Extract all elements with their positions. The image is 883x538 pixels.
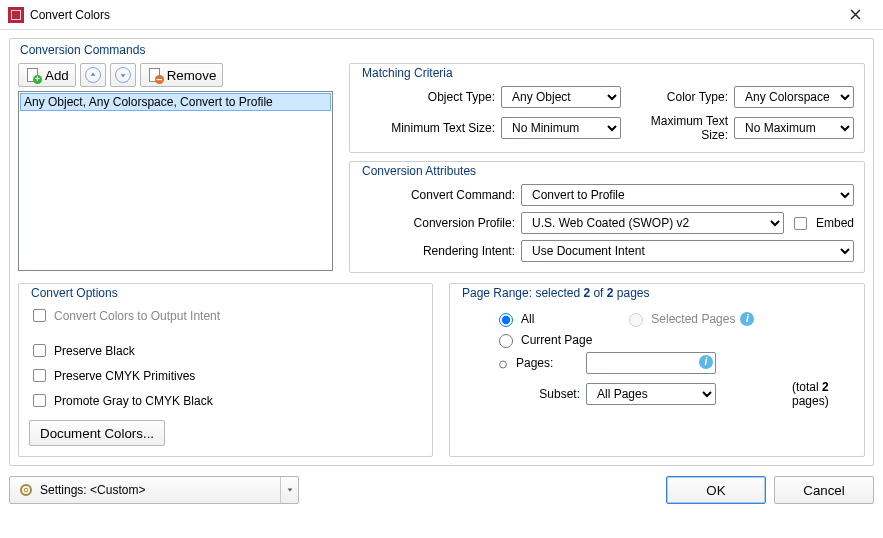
window-title: Convert Colors [30,8,835,22]
selected-pages-radio-label: Selected Pages [651,312,735,326]
subset-select[interactable]: All Pages [586,383,716,405]
move-down-button[interactable] [110,63,136,87]
document-remove-icon: – [147,67,163,83]
conversion-profile-label: Conversion Profile: [360,216,515,230]
max-text-size-label: Maximum Text Size: [627,114,728,142]
max-text-size-select[interactable]: No Maximum [734,117,854,139]
preserve-black-checkbox[interactable] [33,344,46,357]
conversion-attributes-group: Conversion Attributes Convert Command: C… [349,161,865,273]
settings-value: <Custom> [90,483,145,497]
conversion-attributes-title: Conversion Attributes [362,164,854,178]
promote-gray-row[interactable]: Promote Gray to CMYK Black [29,391,422,410]
conversion-commands-title: Conversion Commands [20,43,865,57]
all-radio-row[interactable]: All [494,310,534,327]
document-add-icon: + [25,67,41,83]
settings-dropdown[interactable]: Settings: <Custom> [9,476,299,504]
color-type-select[interactable]: Any Colorspace [734,86,854,108]
selected-pages-radio-row: Selected Pages i [624,310,754,327]
rendering-intent-label: Rendering Intent: [360,244,515,258]
convert-command-select[interactable]: Convert to Profile [521,184,854,206]
preserve-cmyk-row[interactable]: Preserve CMYK Primitives [29,366,422,385]
add-button[interactable]: + Add [18,63,76,87]
commands-listbox[interactable]: Any Object, Any Colorspace, Convert to P… [18,91,333,271]
current-page-radio-row[interactable]: Current Page [494,331,854,348]
gear-icon [18,482,34,498]
matching-criteria-title: Matching Criteria [362,66,854,80]
pages-radio-label: Pages: [516,356,580,370]
commands-toolbar: + Add [18,63,333,87]
footer: Settings: <Custom> OK Cancel [0,476,883,514]
current-page-radio[interactable] [499,334,513,348]
output-intent-checkbox-row: Convert Colors to Output Intent [29,306,422,325]
conversion-commands-group: Conversion Commands + Add [9,38,874,466]
page-range-group: Page Range: selected 2 of 2 pages All Se… [449,283,865,457]
down-arrow-icon [115,67,131,83]
matching-criteria-group: Matching Criteria Object Type: Any Objec… [349,63,865,153]
output-intent-label: Convert Colors to Output Intent [54,309,220,323]
pages-input[interactable] [586,352,716,374]
commands-list-item[interactable]: Any Object, Any Colorspace, Convert to P… [20,93,331,111]
remove-button-label: Remove [167,68,217,83]
all-radio-label: All [521,312,534,326]
document-colors-button[interactable]: Document Colors... [29,420,165,446]
svg-point-1 [24,488,28,492]
rendering-intent-select[interactable]: Use Document Intent [521,240,854,262]
info-icon: i [740,312,754,326]
ok-button[interactable]: OK [666,476,766,504]
info-icon[interactable]: i [699,355,713,369]
subset-label: Subset: [516,387,580,401]
conversion-profile-select[interactable]: U.S. Web Coated (SWOP) v2 [521,212,784,234]
preserve-cmyk-label: Preserve CMYK Primitives [54,369,195,383]
min-text-size-select[interactable]: No Minimum [501,117,621,139]
convert-options-group: Convert Options Convert Colors to Output… [18,283,433,457]
preserve-black-label: Preserve Black [54,344,135,358]
all-radio[interactable] [499,313,513,327]
embed-checkbox[interactable] [794,217,807,230]
convert-command-label: Convert Command: [360,188,515,202]
promote-gray-checkbox[interactable] [33,394,46,407]
settings-label: Settings: [40,483,87,497]
current-page-radio-label: Current Page [521,333,592,347]
convert-options-title: Convert Options [31,286,422,300]
min-text-size-label: Minimum Text Size: [360,121,495,135]
promote-gray-label: Promote Gray to CMYK Black [54,394,213,408]
remove-button[interactable]: – Remove [140,63,224,87]
title-bar: Convert Colors [0,0,883,30]
object-type-label: Object Type: [360,90,495,104]
total-pages-label: (total 2 pages) [792,380,854,408]
app-icon [8,7,24,23]
close-button[interactable] [835,1,875,29]
color-type-label: Color Type: [627,90,728,104]
embed-label: Embed [816,216,854,230]
selected-pages-radio [629,313,643,327]
preserve-black-row[interactable]: Preserve Black [29,341,422,360]
move-up-button[interactable] [80,63,106,87]
up-arrow-icon [85,67,101,83]
object-type-select[interactable]: Any Object [501,86,621,108]
close-icon [850,9,861,20]
preserve-cmyk-checkbox[interactable] [33,369,46,382]
pages-radio[interactable] [499,358,507,371]
output-intent-checkbox [33,309,46,322]
add-button-label: Add [45,68,69,83]
cancel-button[interactable]: Cancel [774,476,874,504]
chevron-down-icon [280,477,298,503]
page-range-title: Page Range: selected 2 of 2 pages [462,286,854,300]
